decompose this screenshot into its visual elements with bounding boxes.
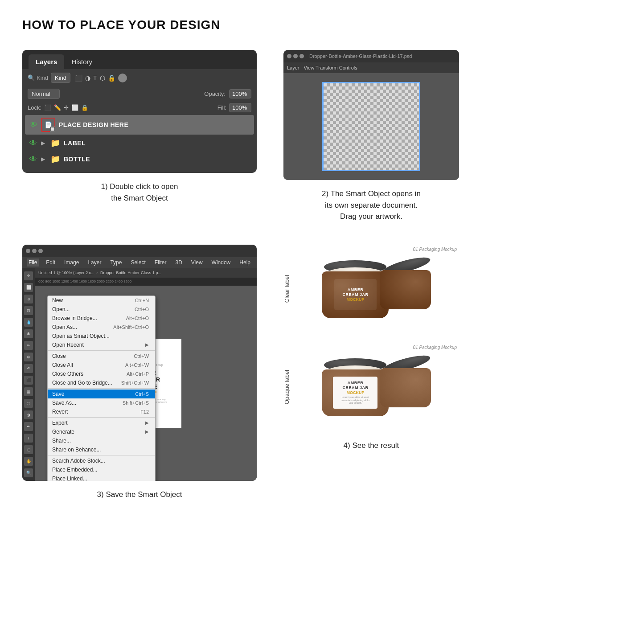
lock-artboard-icon[interactable]: ⬜ [71, 104, 78, 111]
lock-label: Lock: [28, 104, 41, 111]
layer-name-place-design: PLACE DESIGN HERE [59, 121, 128, 128]
doc-tab-separator: × [96, 271, 98, 275]
tool-heal[interactable]: ✱ [24, 329, 33, 338]
menu-help[interactable]: Help [238, 258, 252, 267]
lock-all-icon[interactable]: 🔒 [81, 104, 88, 111]
kind-filter-icons: ⬛ ◑ T ⬡ 🔒 [75, 74, 127, 82]
menu-file[interactable]: File [27, 258, 39, 267]
menu-filter[interactable]: Filter [153, 258, 168, 267]
kind-dropdown[interactable]: Kind [51, 73, 70, 83]
tool-blur[interactable]: ◌ [24, 399, 33, 408]
menu-item-revert[interactable]: Revert F12 [48, 407, 155, 416]
fill-input[interactable]: 100% [229, 103, 251, 112]
fill-label: Fill: [217, 104, 226, 111]
menu-item-place-linked[interactable]: Place Linked... [48, 474, 155, 481]
tool-zoom[interactable]: 🔍 [24, 468, 33, 477]
layer-label-chevron-icon[interactable]: ▶ [41, 140, 45, 146]
tool-pen[interactable]: ✒ [24, 422, 33, 431]
tool-history[interactable]: ↶ [24, 364, 33, 373]
tool-crop[interactable]: ⊡ [24, 306, 33, 315]
menu-image[interactable]: Image [62, 258, 81, 267]
tab-history[interactable]: History [64, 54, 99, 69]
window-canvas-area [283, 73, 459, 180]
menu-item-generate[interactable]: Generate ▶ [48, 427, 155, 436]
doc-tab-1[interactable]: Untitled-1 @ 100% (Layer 2 c... [38, 271, 94, 275]
layer-bottle[interactable]: 👁 ▶ 📁 BOTTLE [25, 152, 254, 167]
type-filter-icon[interactable]: T [93, 74, 97, 82]
open-recent-arrow: ▶ [145, 342, 149, 347]
tool-move[interactable]: ✛ [24, 271, 33, 280]
menu-item-close-others[interactable]: Close Others Alt+Ctrl+P [48, 369, 155, 378]
tool-hand[interactable]: ✋ [24, 457, 33, 466]
clear-jar-aside-wrapper [380, 260, 433, 309]
smartobj-filter-icon[interactable]: 🔒 [108, 74, 115, 82]
menu-item-open-as[interactable]: Open As... Alt+Shift+Ctrl+O [48, 323, 155, 332]
clear-jar-brand-text: AMBERCREAM JAR [342, 287, 368, 297]
menu-select[interactable]: Select [129, 258, 147, 267]
menu-type[interactable]: Type [108, 258, 123, 267]
menu-item-open-smart[interactable]: Open as Smart Object... [48, 332, 155, 340]
lock-fill-row: Lock: ⬛ ✏️ ✛ ⬜ 🔒 Fill: 100% [22, 101, 257, 114]
menu-sep-3 [48, 417, 155, 418]
layer-bottle-chevron-icon[interactable]: ▶ [41, 156, 45, 162]
opaque-jar-wrapper: AMBERCREAM JAR MOCKUP Lorem ipsum dolor … [322, 358, 389, 416]
blend-mode-dropdown[interactable]: Normal [28, 89, 60, 99]
menu-3d[interactable]: 3D [173, 258, 184, 267]
tool-shape[interactable]: ◻ [24, 445, 33, 454]
menu-item-save[interactable]: Save Ctrl+S [48, 390, 155, 398]
tool-dodge[interactable]: ◑ [24, 410, 33, 419]
tool-eraser[interactable]: ⬛ [24, 376, 33, 385]
menu-item-share-behance[interactable]: Share on Behance... [48, 445, 155, 454]
opacity-input[interactable]: 100% [229, 89, 251, 98]
pixel-filter-icon[interactable]: ⬛ [75, 74, 82, 82]
window-menu-view: View Transform Controls [304, 65, 357, 70]
menu-item-open[interactable]: Open... Ctrl+O [48, 305, 155, 314]
layer-label-visibility-icon[interactable]: 👁 [29, 139, 37, 148]
menu-sep-2 [48, 388, 155, 389]
instruction-grid: Layers History 🔍 Kind Kind ⬛ ◑ T ⬡ 🔒 [22, 50, 459, 500]
save-window-toolbar [22, 245, 257, 257]
menu-window[interactable]: Window [210, 258, 233, 267]
menu-item-place-embedded[interactable]: Place Embedded... [48, 465, 155, 474]
tool-type[interactable]: T [24, 434, 33, 443]
ps-document-tabs: Untitled-1 @ 100% (Layer 2 c... × Droppe… [35, 268, 257, 278]
menu-item-close[interactable]: Close Ctrl+W [48, 352, 155, 361]
menu-item-share[interactable]: Share... [48, 436, 155, 445]
tool-brush[interactable]: ✏ [24, 341, 33, 350]
window-dot1 [287, 54, 291, 58]
layer-place-design[interactable]: 👁 📄 ⬜ PLACE DESIGN HERE [25, 115, 254, 135]
lock-pixels-icon[interactable]: ⬛ [44, 104, 51, 111]
tab-layers[interactable]: Layers [29, 54, 64, 69]
doc-tab-2[interactable]: Dropper-Bottle-Amber-Glass-1 p... [100, 271, 161, 275]
layer-bottle-visibility-icon[interactable]: 👁 [29, 155, 37, 164]
tool-eyedropper[interactable]: 💧 [24, 318, 33, 327]
menu-item-close-goto-bridge[interactable]: Close and Go to Bridge... Shift+Ctrl+W [48, 378, 155, 387]
circle-filter-icon[interactable] [118, 74, 127, 82]
opaque-jar-aside-wrapper [380, 358, 433, 407]
menu-item-browse-bridge[interactable]: Browse in Bridge... Alt+Ctrl+O [48, 314, 155, 323]
menu-edit[interactable]: Edit [44, 258, 57, 267]
lock-paint-icon[interactable]: ✏️ [54, 104, 61, 111]
layer-visibility-icon[interactable]: 👁 [29, 120, 37, 130]
menu-item-export[interactable]: Export ▶ [48, 418, 155, 427]
tool-lasso[interactable]: ⌀ [24, 295, 33, 304]
tool-gradient[interactable]: ▦ [24, 387, 33, 396]
step3-caption: 3) Save the Smart Object [22, 489, 257, 500]
menu-layer[interactable]: Layer [86, 258, 103, 267]
layer-name-bottle: BOTTLE [64, 156, 90, 163]
menu-item-search-stock[interactable]: Search Adobe Stock... [48, 456, 155, 465]
adjustment-filter-icon[interactable]: ◑ [85, 74, 90, 82]
lock-position-icon[interactable]: ✛ [64, 104, 69, 111]
menu-item-new[interactable]: New Ctrl+N [48, 296, 155, 305]
tool-clone[interactable]: ⊕ [24, 353, 33, 361]
save-dot1 [26, 249, 30, 253]
tool-select[interactable]: ⬜ [24, 283, 33, 292]
menu-item-open-recent[interactable]: Open Recent ▶ [48, 340, 155, 349]
menu-item-save-as[interactable]: Save As... Shift+Ctrl+S [48, 398, 155, 407]
menu-item-close-all[interactable]: Close All Alt+Ctrl+W [48, 361, 155, 369]
opacity-label: Opacity: [204, 90, 226, 97]
layer-bottle-folder-icon: 📁 [50, 154, 60, 164]
menu-view[interactable]: View [189, 258, 205, 267]
layer-label[interactable]: 👁 ▶ 📁 LABEL [25, 135, 254, 151]
shape-filter-icon[interactable]: ⬡ [100, 74, 105, 82]
